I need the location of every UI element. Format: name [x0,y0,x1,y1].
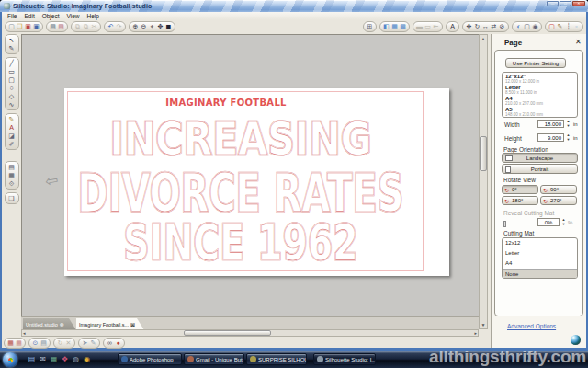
vertical-scroll-thumb[interactable] [480,136,487,171]
design-page[interactable]: IMAGINARY FOOTBALL INCREASING INCREASING… [64,88,449,276]
ellipse-tool-icon[interactable]: ○ [6,84,17,92]
knife-tool-icon[interactable]: ✐ [6,140,17,148]
close-button[interactable]: ✕ [572,1,585,6]
height-input[interactable]: 9.000 [537,133,564,142]
use-printer-setting-button[interactable]: Use Printer Setting [505,58,566,68]
mirror-icon[interactable]: ⇄ [490,22,498,31]
doc-props-icon[interactable]: ▤ [40,339,48,348]
taskbar-button-gmail[interactable]: Gmail - Unique Butt... [184,353,244,365]
scroll-up-icon[interactable]: ▲ [480,36,487,41]
library-view-icon[interactable]: ❏ [6,194,17,202]
save-library-icon[interactable]: ▣ [32,22,40,31]
mat-option-letter[interactable]: Letter [503,248,577,259]
page-size-option[interactable]: Letter 8.500 x 11.000 in [503,84,577,95]
fill-page-icon[interactable]: ◧ [382,22,390,31]
text-tool-icon[interactable]: A [6,123,17,132]
scale-icon[interactable]: ↔ [481,22,490,31]
page-tool-icon[interactable]: ▤ [6,163,17,171]
curve-tool-icon[interactable]: ∿ [6,100,17,109]
show-mat-icon[interactable]: ▩ [399,22,407,31]
select-tool-icon[interactable]: ↖ [6,36,17,44]
redo-icon[interactable]: ↷ [115,22,123,31]
fill-color-icon[interactable]: ◐ [514,22,523,31]
landscape-option[interactable]: Landscape [502,153,578,163]
page-size-option[interactable]: A4 210.00 x 297.00 mm [503,95,577,106]
rounded-rect-tool-icon[interactable]: ▢ [6,75,17,84]
maximize-button[interactable]: □ [560,1,571,6]
dotted-line-icon[interactable]: ┆ [564,22,572,31]
width-input[interactable]: 18.000 [537,120,564,128]
eraser-tool-icon[interactable]: ◪ [6,132,17,140]
fit-page-icon[interactable]: ◼ [164,22,173,31]
height-stepper[interactable]: ▲▼ [566,133,571,142]
weld-icon[interactable]: ▬ [415,22,424,31]
scroll-down-icon[interactable]: ▼ [480,322,487,328]
rectangle-tool-icon[interactable]: ▭ [6,67,17,75]
taskbar-button-surprise[interactable]: SURPRISE SILHOUET... [246,353,307,365]
rotate-90-option[interactable]: ↻90° [540,185,577,194]
text-style-icon[interactable]: A [448,22,457,31]
reveal-slider[interactable] [503,224,533,224]
lock-icon[interactable]: ⊞ [366,22,374,31]
cursor-icon[interactable]: ➤ [81,339,89,348]
menu-edit[interactable]: Edit [20,13,38,19]
copy-icon[interactable]: ⧉ [82,22,90,31]
reveal-input[interactable]: 0% [537,218,560,226]
record-icon[interactable]: ● [114,339,122,348]
subtract-icon[interactable]: ▭ [424,22,432,31]
design-canvas[interactable]: IMAGINARY FOOTBALL INCREASING INCREASING… [21,34,479,316]
advanced-options-link[interactable]: Advanced Options [507,323,556,329]
open-icon[interactable]: ❐ [16,22,24,31]
rotate-180-option[interactable]: ↻180° [502,196,538,205]
title-bar[interactable]: Silhouette Studio: Imaginary Football st… [0,0,588,12]
modify-icon[interactable]: ⊘ [498,22,506,31]
freehand-tool-icon[interactable]: ✎ [6,115,17,123]
release-icon[interactable]: ⇤ [432,22,440,31]
start-button[interactable] [3,352,17,367]
tab-close-icon[interactable]: ⊗ [60,321,64,328]
to-library2-icon[interactable]: ▦ [15,339,23,348]
pan-icon[interactable]: ✥ [156,22,164,31]
zoom-out-icon[interactable]: ⊖ [140,22,148,31]
to-library-icon[interactable]: ▦ [6,339,15,348]
scroll-right-icon[interactable]: ▸ [474,330,477,336]
photo-viewer-icon[interactable]: ▦ [50,354,58,364]
mat-option-none[interactable]: None [503,269,577,279]
show-grid-icon[interactable]: ▦ [390,22,399,31]
mat-option-12x12[interactable]: 12x12 [503,238,577,248]
blank-swatch-icon[interactable]: ▫ [572,22,581,31]
width-stepper[interactable]: ▲▼ [566,120,571,128]
mail-icon[interactable]: ✉ [39,354,47,364]
media-icon[interactable]: ◍ [72,354,80,364]
new-icon[interactable]: ▢ [7,22,16,31]
horizontal-scrollbar[interactable]: ◂ ▸ [21,329,479,337]
polygon-tool-icon[interactable]: ◇ [6,92,17,100]
minimize-button[interactable]: — [547,1,559,6]
rotate-icon[interactable]: ↻ [473,22,481,31]
line-tool-icon[interactable]: ╱ [6,59,17,67]
reg-marks-tool-icon[interactable]: ⟐ [6,179,17,188]
link-icon[interactable]: ∞ [106,339,114,348]
page-size-option[interactable]: A5 148.00 x 210.00 mm [503,106,577,117]
zoom-selection-icon[interactable]: ⌖ [148,22,156,31]
zoom-doc-icon[interactable]: ⊙ [31,339,40,348]
rotate-270-option[interactable]: ↻270° [540,196,577,205]
design-text-header[interactable]: IMAGINARY FOOTBALL [64,98,388,108]
vertical-scrollbar[interactable]: ▲ ▼ [479,34,488,329]
page-size-option[interactable]: 12"x12" 12.000 x 12.000 in [503,73,577,84]
menu-help[interactable]: Help [83,13,102,19]
horizontal-scroll-thumb[interactable] [184,330,271,336]
tab-close-icon[interactable]: ⊠ [130,321,135,328]
taskbar-button-silhouette[interactable]: Silhouette Studio: I... [313,353,376,365]
menu-view[interactable]: View [62,13,83,19]
grid-tool-icon[interactable]: ▦ [6,171,17,179]
zoom-in-icon[interactable]: ⊕ [131,22,140,31]
reveal-stepper[interactable]: ▲▼ [561,218,566,226]
sketch-pen-icon[interactable]: ✎ [556,22,564,31]
draw-icon[interactable]: ✎ [89,339,97,348]
line-style-icon[interactable]: ▢ [548,22,556,31]
picasa-icon[interactable]: ❖ [61,354,69,364]
reveal-slider-thumb[interactable] [503,221,506,227]
menu-file[interactable]: File [4,13,20,19]
move-icon[interactable]: ✥ [465,22,473,31]
